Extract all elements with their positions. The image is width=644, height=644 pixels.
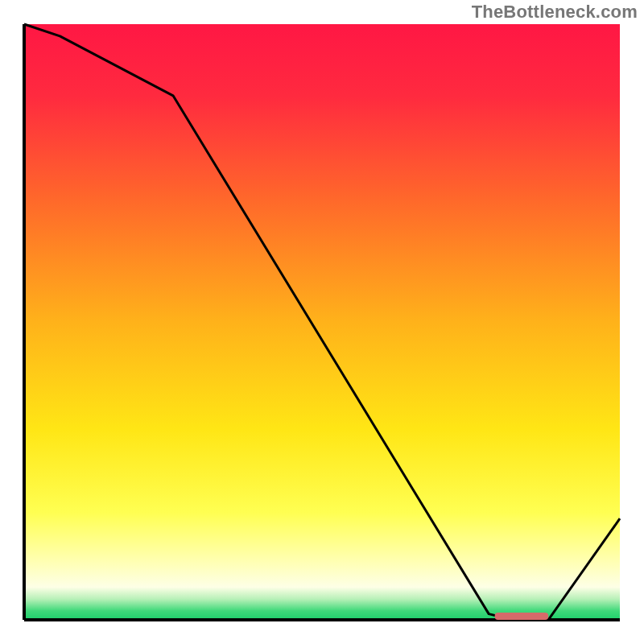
bottleneck-marker (495, 613, 549, 620)
watermark-text: TheBottleneck.com (472, 2, 638, 23)
chart-container: TheBottleneck.com (0, 0, 644, 644)
plot-background (24, 24, 620, 620)
bottleneck-chart (0, 0, 644, 644)
